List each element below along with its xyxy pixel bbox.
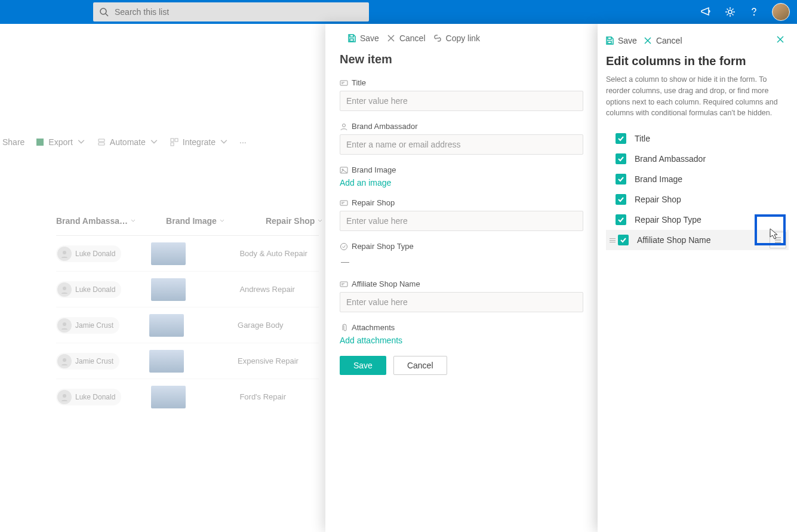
svg-rect-4 — [36, 139, 44, 146]
columns-cancel-button[interactable]: Cancel — [643, 36, 682, 45]
svg-point-3 — [754, 15, 755, 16]
shop-input[interactable] — [340, 211, 583, 231]
panel-save-button[interactable]: Save — [347, 33, 379, 43]
search-icon — [99, 7, 109, 17]
panel-copy-button[interactable]: Copy link — [433, 33, 481, 43]
integrate-button[interactable]: Integrate — [170, 137, 229, 147]
affiliate-input[interactable] — [340, 292, 583, 312]
person-avatar-icon — [57, 354, 72, 368]
column-item[interactable]: Brand Image — [606, 169, 789, 189]
brand-image-thumb — [151, 386, 186, 408]
svg-point-12 — [63, 394, 66, 398]
person-pill: Jamie Crust — [56, 353, 119, 370]
repair-shop-cell: Garage Body — [238, 321, 284, 330]
share-label: Share — [2, 137, 24, 147]
person-name: Luke Donald — [75, 250, 115, 258]
edit-columns-commands: Save Cancel — [598, 24, 797, 52]
close-icon[interactable] — [776, 35, 785, 46]
column-item[interactable]: Brand Ambassador — [606, 149, 789, 169]
drag-handle-icon[interactable] — [610, 238, 616, 242]
search-input[interactable] — [115, 7, 363, 17]
svg-point-8 — [63, 251, 66, 254]
person-avatar-icon — [57, 318, 72, 333]
columns-save-button[interactable]: Save — [605, 36, 637, 45]
column-label: Repair Shop Type — [635, 215, 701, 225]
megaphone-icon[interactable] — [700, 6, 712, 18]
image-icon — [340, 166, 348, 174]
automate-button[interactable]: Automate — [97, 137, 159, 147]
svg-point-11 — [63, 358, 66, 362]
person-pill: Luke Donald — [56, 389, 121, 405]
column-item[interactable]: Title — [606, 128, 789, 149]
bg-column-headers: Brand Ambassa… Brand Image Repair Shop — [56, 216, 323, 226]
export-button[interactable]: Export — [35, 137, 85, 147]
brand-image-thumb — [149, 350, 184, 373]
svg-rect-30 — [608, 41, 611, 44]
svg-rect-7 — [171, 143, 174, 146]
table-row[interactable]: Luke DonaldFord's Repair — [56, 379, 319, 414]
col-header-ambassador[interactable]: Brand Ambassa… — [56, 216, 136, 226]
svg-point-10 — [63, 322, 66, 326]
search-box[interactable] — [93, 2, 369, 21]
bg-command-bar: Share Export Automate Integrate ··· — [0, 137, 247, 147]
repair-shop-cell: Ford's Repair — [239, 392, 286, 401]
ambassador-label: Brand Ambassador — [340, 122, 583, 131]
col-header-shop[interactable]: Repair Shop — [266, 216, 323, 226]
svg-rect-27 — [340, 282, 347, 287]
person-pill: Luke Donald — [56, 245, 121, 262]
repair-shop-cell: Body & Auto Repair — [239, 249, 307, 258]
cancel-button[interactable]: Cancel — [393, 356, 447, 375]
col-header-image[interactable]: Brand Image — [166, 216, 225, 226]
integrate-label: Integrate — [183, 137, 216, 147]
column-item[interactable]: Repair Shop — [606, 189, 789, 210]
repair-shop-cell: Andrews Repair — [239, 285, 295, 294]
attach-label: Attachments — [340, 323, 583, 332]
table-row[interactable]: Jamie CrustGarage Body — [56, 307, 319, 343]
user-avatar[interactable] — [772, 3, 790, 21]
header-right — [700, 3, 790, 21]
brand-image-thumb — [151, 242, 186, 265]
column-item[interactable]: Affiliate Shop Name — [606, 230, 789, 250]
table-row[interactable]: Luke DonaldBody & Auto Repair — [56, 235, 319, 271]
text-icon — [340, 199, 348, 207]
column-item[interactable]: Repair Shop Type — [606, 210, 789, 230]
share-button[interactable]: Share — [2, 137, 24, 147]
svg-rect-13 — [350, 39, 353, 41]
person-icon — [340, 122, 348, 131]
panel-copy-label: Copy link — [446, 33, 481, 43]
new-item-commands: Save Cancel Copy link — [325, 24, 598, 50]
shoptype-label: Repair Shop Type — [340, 242, 583, 251]
edit-columns-panel: Save Cancel Edit columns in the form Sel… — [598, 24, 797, 532]
checkbox[interactable] — [616, 153, 626, 164]
svg-point-9 — [63, 287, 66, 290]
text-icon — [340, 280, 348, 288]
add-image-link[interactable]: Add an image — [340, 178, 583, 187]
save-button[interactable]: Save — [340, 356, 386, 375]
title-input[interactable] — [340, 91, 583, 111]
checkbox[interactable] — [616, 194, 626, 205]
checkbox[interactable] — [616, 133, 626, 144]
add-attachments-link[interactable]: Add attachments — [340, 336, 583, 345]
person-avatar-icon — [57, 390, 72, 404]
image-label: Brand Image — [340, 165, 583, 174]
table-row[interactable]: Luke DonaldAndrews Repair — [56, 271, 319, 307]
help-icon[interactable] — [748, 6, 760, 18]
shoptype-value[interactable]: — — [340, 254, 583, 269]
more-button[interactable]: ··· — [239, 137, 247, 147]
gear-icon[interactable] — [724, 6, 736, 18]
checkbox[interactable] — [616, 214, 626, 225]
repair-shop-cell: Expensive Repair — [238, 356, 299, 365]
text-icon — [340, 79, 348, 87]
checkbox[interactable] — [618, 235, 629, 245]
svg-rect-6 — [175, 139, 178, 142]
ambassador-input[interactable] — [340, 134, 583, 155]
panel-cancel-button[interactable]: Cancel — [386, 33, 426, 43]
checkbox[interactable] — [616, 174, 626, 184]
shop-label: Repair Shop — [340, 198, 583, 207]
new-item-panel: Save Cancel Copy link New item Title Bra… — [325, 24, 598, 532]
bg-rows: Luke DonaldBody & Auto RepairLuke Donald… — [56, 235, 319, 414]
table-row[interactable]: Jamie CrustExpensive Repair — [56, 343, 319, 379]
edit-columns-desc: Select a column to show or hide it in th… — [606, 74, 789, 119]
column-label: Brand Ambassador — [635, 154, 706, 164]
svg-point-20 — [343, 124, 346, 127]
